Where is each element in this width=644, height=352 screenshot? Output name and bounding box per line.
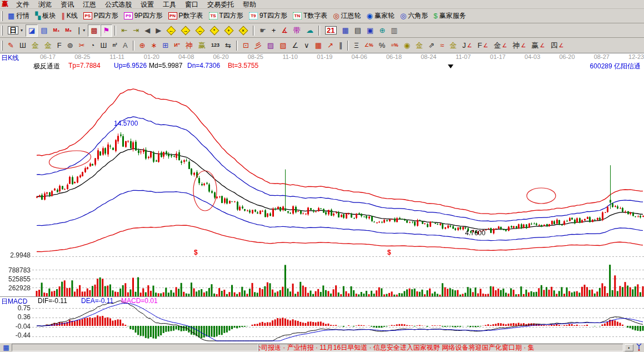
parallel-lines-button[interactable]: ∥ xyxy=(336,39,346,52)
compress-button[interactable]: * xyxy=(207,24,222,37)
calendar-button[interactable]: 21 xyxy=(322,24,339,37)
trend-pen-button[interactable]: ⇗ xyxy=(426,39,437,52)
angle-shen-button[interactable]: 神∠ xyxy=(510,39,528,52)
t-square-button[interactable]: TST四方形 xyxy=(206,10,246,22)
save-button[interactable]: ▣ xyxy=(364,24,376,37)
angle-f-button[interactable]: F∠ xyxy=(475,39,491,52)
win-grid-button[interactable]: 赢 xyxy=(196,39,208,52)
menu-item-交易委托[interactable]: 交易委托 xyxy=(203,0,238,9)
shift-both-button[interactable]: ↔ xyxy=(193,24,207,37)
gann-star-button[interactable]: ∗ xyxy=(148,39,159,52)
news-ticker[interactable]: 公司报送 · 产业情报 · 11月16日早知道 · 信息安全进入国家视野 网络设… xyxy=(258,344,535,351)
toolbar-grip[interactable] xyxy=(1,26,3,36)
stats-flag-button[interactable]: ⚑ xyxy=(101,24,113,37)
gann-tag-button[interactable]: 带 xyxy=(291,24,303,37)
9t-square-button[interactable]: T99T四方形 xyxy=(246,10,290,22)
remote-pc-button[interactable]: ▥ xyxy=(388,24,400,37)
menu-item-文件[interactable]: 文件 xyxy=(12,0,34,9)
angle-j-button[interactable]: J∠ xyxy=(460,39,475,52)
menu-item-公式选股[interactable]: 公式选股 xyxy=(101,0,136,9)
line-percent-button[interactable]: ≡% xyxy=(388,39,401,52)
status-quotes-icon[interactable]: ▦ xyxy=(1,344,12,351)
ticker-scroll-button[interactable]: ▪ xyxy=(625,344,633,351)
gold-section-button[interactable]: ◉ xyxy=(401,39,413,52)
net-config-button[interactable]: ⊕ xyxy=(376,24,388,37)
winner-wheel-button[interactable]: ◉赢家轮 xyxy=(364,10,397,22)
first-bar-button[interactable]: ⇤ xyxy=(118,24,130,37)
period-day-button[interactable]: 日▾ xyxy=(5,24,26,37)
9p-square-button[interactable]: P99P四方形 xyxy=(121,10,166,22)
gold-ratio-button[interactable]: 金 xyxy=(413,39,426,52)
angle-line-button[interactable]: ∠ xyxy=(289,39,301,52)
stat-list-button[interactable]: Ξ xyxy=(351,39,361,52)
menu-item-工具[interactable]: 工具 xyxy=(158,0,181,9)
magic-number-button[interactable]: И" xyxy=(171,39,183,52)
menu-item-窗口[interactable]: 窗口 xyxy=(181,0,203,9)
sectors-button[interactable]: ▚板块 xyxy=(32,10,58,22)
zigzag-button[interactable]: ∨ xyxy=(301,39,312,52)
gold-grid-b-button[interactable]: 金 xyxy=(42,39,54,52)
gold-grid-a-button[interactable]: 金 xyxy=(29,39,42,52)
menu-item-设置[interactable]: 设置 xyxy=(136,0,158,9)
spiral-button[interactable]: ⊚ xyxy=(64,39,76,52)
menu-item-江恩[interactable]: 江恩 xyxy=(78,0,101,9)
percent-button[interactable]: % xyxy=(376,39,388,52)
price-grid-button[interactable]: ▦ xyxy=(312,39,325,52)
t-number-button[interactable]: TNT数字表 xyxy=(290,10,330,22)
gann-wheel-button[interactable]: ◎江恩轮 xyxy=(330,10,363,22)
grid-comb-button[interactable]: Ш xyxy=(17,39,29,52)
p-number-button[interactable]: PNP数字表 xyxy=(166,10,206,22)
brush-button[interactable]: ✎ xyxy=(5,39,17,52)
angle-gold-button[interactable]: 金∠ xyxy=(491,39,510,52)
memo-button[interactable]: ▤ xyxy=(352,24,364,37)
shift-left-button[interactable]: ← xyxy=(164,24,178,37)
f10-info-button[interactable]: ▤ xyxy=(38,24,50,37)
angle-four-button[interactable]: 四∠ xyxy=(547,39,566,52)
ruler-123-button[interactable]: 123 xyxy=(208,39,222,52)
select-box-button[interactable]: ⊡ xyxy=(240,39,252,52)
quotes-button[interactable]: ▦行情 xyxy=(5,10,32,22)
drag-hand-button[interactable]: ☛ xyxy=(257,24,269,37)
menu-item-浏览[interactable]: 浏览 xyxy=(34,0,56,9)
width-measure-button[interactable]: ⇆ xyxy=(222,39,234,52)
knife-button[interactable]: ✂ xyxy=(76,39,88,52)
shift-right-button[interactable]: → xyxy=(178,24,193,37)
smart-analyze-button[interactable]: ☁ xyxy=(303,24,316,37)
menu-item-资讯[interactable]: 资讯 xyxy=(56,0,78,9)
toolbar-grip[interactable] xyxy=(1,11,3,21)
overlay-3-button[interactable]: M₃ xyxy=(51,24,63,37)
n-square-button[interactable]: n² xyxy=(109,39,120,52)
gold-under-button[interactable]: 金 xyxy=(447,39,460,52)
p-square-button[interactable]: PSP四方形 xyxy=(81,10,121,22)
wave-tool-button[interactable]: ≈ xyxy=(437,39,447,52)
last-bar-button[interactable]: ⇥ xyxy=(130,24,142,37)
fan-lines-button[interactable]: 彡 xyxy=(252,39,264,52)
winner-service-button[interactable]: $赢家服务 xyxy=(431,10,468,22)
grid-arrow-button[interactable]: ↗ xyxy=(325,39,336,52)
main-chart-button[interactable]: ◪ xyxy=(26,24,38,37)
prev-bar-button[interactable]: ◀ xyxy=(142,24,153,37)
shen-grid-button[interactable]: 神 xyxy=(183,39,196,52)
time-cycle-button[interactable]: ◔ xyxy=(88,39,98,52)
gann-circle-button[interactable]: ⊕ xyxy=(137,39,148,52)
angle-win-button[interactable]: 赢∠ xyxy=(528,39,547,52)
gann-module-button[interactable]: ▩ xyxy=(88,24,100,37)
overlay-9-button[interactable]: M₉ xyxy=(62,24,74,37)
kline-button[interactable]: ∥K线 xyxy=(58,10,81,22)
calculator-button[interactable]: ▦ xyxy=(340,24,352,37)
angle-measure-button[interactable]: ∡ xyxy=(278,24,291,37)
comb-2-button[interactable]: Ш xyxy=(97,39,109,52)
fib-grid-button[interactable]: F xyxy=(54,39,64,52)
gann-web-button[interactable]: ⊞ xyxy=(159,39,171,52)
angle-percent-button[interactable]: ∠% xyxy=(362,39,376,52)
crosshair-button[interactable]: + xyxy=(269,24,279,37)
next-bar-button[interactable]: ▶ xyxy=(153,24,164,37)
expand-button[interactable]: + xyxy=(222,24,236,37)
hexagon-button[interactable]: ◎六角形 xyxy=(397,10,431,22)
menu-item-帮助[interactable]: 帮助 xyxy=(238,0,261,9)
fan-grid-button[interactable]: ▧ xyxy=(277,39,289,52)
restore-scale-button[interactable]: × xyxy=(236,24,251,37)
candle-style-button[interactable]: ∣▾ xyxy=(74,24,88,37)
fan-box-button[interactable]: ▨ xyxy=(264,39,277,52)
text-note-button[interactable]: A xyxy=(120,39,131,52)
